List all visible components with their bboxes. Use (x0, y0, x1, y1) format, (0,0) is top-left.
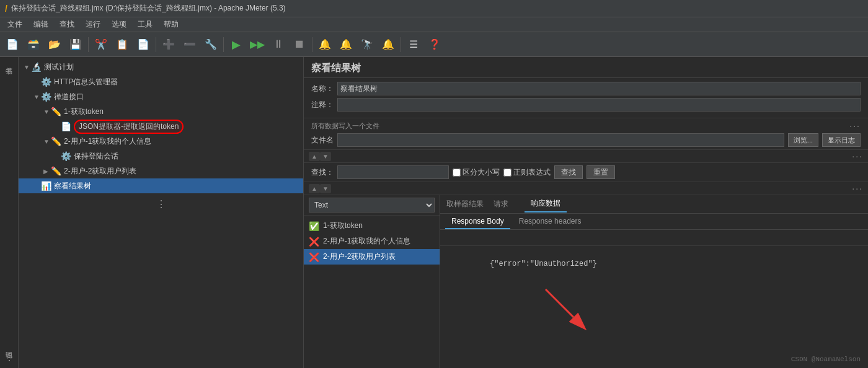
expand-arrow2: ▼ (43, 108, 51, 115)
result-item-3[interactable]: ❌ 2-用户-2获取用户列表 (304, 249, 440, 265)
tab-request[interactable]: 请求 (492, 196, 510, 212)
format-select-row: Text (304, 195, 440, 216)
toolbar-clear-all[interactable]: 🔔 (336, 35, 356, 55)
left-panel-dots[interactable]: ⋮ (4, 351, 14, 363)
svg-line-1 (546, 289, 574, 317)
result-item-2[interactable]: ❌ 2-用户-1获取我的个人信息 (304, 234, 440, 249)
toolbar-log-viewer[interactable]: ☰ (404, 35, 423, 55)
response-sub-tabs: Response Body Response headers (440, 214, 868, 230)
get-token-label: 1-获取token (64, 107, 104, 117)
name-input[interactable] (337, 82, 861, 95)
right-panel: 察看结果树 名称： 注释： 所有数据写入一个文件 ··· 文件名 浏览... 显… (304, 57, 868, 368)
result-list: ✅ 1-获取token ❌ 2-用户-1获取我的个人信息 ❌ 2-用户-2获取用… (304, 216, 440, 368)
expand-icon: ▼ (24, 64, 31, 71)
content-area: Text ✅ 1-获取token ❌ 2-用户-1获取我的个人信息 ❌ (304, 195, 868, 368)
toolbar-add[interactable]: ➕ (159, 35, 179, 55)
tree-item-test-plan[interactable]: ▼ 🔬 测试计划 (19, 59, 303, 74)
toolbar-clear[interactable]: 🔔 (315, 35, 335, 55)
menu-file[interactable]: 文件 (2, 18, 27, 31)
expand-arrow: ▼ (33, 94, 41, 100)
toolbar-help[interactable]: ❓ (425, 35, 445, 55)
browse-button[interactable]: 浏览... (788, 133, 818, 147)
name-row: 名称： (311, 82, 861, 95)
tree-more-dots[interactable]: ⋮ (156, 198, 166, 210)
result-item-1[interactable]: ✅ 1-获取token (304, 218, 440, 234)
regex-checkbox[interactable] (503, 169, 512, 177)
menu-bar: 文件 编辑 查找 运行 选项 工具 帮助 (0, 17, 868, 32)
toolbar-remote[interactable]: 🔔 (378, 35, 398, 55)
nav-up-btn2[interactable]: ▲ (309, 184, 320, 193)
reset-button[interactable]: 重置 (587, 165, 615, 179)
watermark: CSDN @NoamaNelson (791, 356, 861, 363)
tab-response-body[interactable]: Response Body (445, 214, 510, 229)
config-icon: ⚙️ (61, 151, 71, 161)
menu-run[interactable]: 运行 (81, 18, 105, 31)
tab-response-data[interactable]: 响应数据 (525, 196, 567, 212)
json-extractor-label: JSON提取器-提取返回的token (74, 120, 184, 134)
menu-help[interactable]: 帮助 (159, 18, 184, 31)
toolbar-open[interactable]: 📂 (45, 35, 64, 55)
toolbar-sep-1 (88, 37, 89, 52)
tree-item-keep-session[interactable]: ⚙️ 保持登陆会话 (19, 149, 303, 164)
toolbar-remove[interactable]: ➖ (180, 35, 200, 55)
case-sensitive-checkbox[interactable] (453, 169, 461, 177)
toolbar-new[interactable]: 📄 (2, 35, 22, 55)
sampler2-icon: ✏️ (51, 136, 61, 146)
tree-item-result-tree[interactable]: 📊 察看结果树 (19, 178, 303, 193)
search-input[interactable] (337, 165, 449, 179)
nav-down-btn2[interactable]: ▼ (320, 184, 331, 193)
display-log-button[interactable]: 显示日志 (822, 133, 861, 147)
menu-options[interactable]: 选项 (107, 18, 131, 31)
toolbar-search[interactable]: 🔭 (357, 35, 377, 55)
toolbar-templates[interactable]: 🗃️ (24, 35, 43, 55)
file-more-dots[interactable]: ··· (849, 121, 861, 131)
tree-item-json-extractor[interactable]: 📄 JSON提取器-提取返回的token (19, 119, 303, 134)
toolbar-save[interactable]: 💾 (66, 35, 86, 55)
search-section: 查找： 区分大小写 正则表达式 查找 重置 (304, 163, 868, 182)
thread-group-icon: ⚙️ (41, 92, 51, 102)
toolbar-stop[interactable]: ⏸ (268, 35, 288, 55)
keep-session-label: 保持登陆会话 (74, 151, 118, 162)
tree-item-user2-list[interactable]: ▶ ✏️ 2-用户-2获取用户列表 (19, 164, 303, 178)
name-label: 名称： (311, 84, 334, 94)
find-button[interactable]: 查找 (554, 165, 583, 179)
toolbar-sep-4 (312, 37, 312, 52)
toolbar-start-no-pause[interactable]: ▶▶ (247, 35, 267, 55)
search-row: 查找： 区分大小写 正则表达式 查找 重置 (311, 165, 861, 179)
toolbar-paste[interactable]: 📄 (133, 35, 153, 55)
file-hint-text: 所有数据写入一个文件 (311, 121, 379, 131)
toolbar-cut[interactable]: ✂️ (91, 35, 111, 55)
format-select[interactable]: Text (309, 198, 435, 212)
toolbar-settings[interactable]: 🔧 (201, 35, 221, 55)
nav-arrows: ▲ ▼ ··· (304, 150, 868, 163)
http-header-icon: ⚙️ (41, 77, 51, 87)
case-sensitive-label: 区分大小写 (463, 167, 500, 178)
menu-find[interactable]: 查找 (55, 18, 79, 31)
tree-item-thread-group[interactable]: ▼ ⚙️ 禅道接口 (19, 89, 303, 104)
extractor-icon: 📄 (61, 121, 71, 131)
search-label: 查找： (311, 167, 334, 178)
toolbar-shutdown[interactable]: ⏹ (290, 35, 309, 55)
toolbar-start[interactable]: ▶ (226, 35, 246, 55)
listener-icon: 📊 (41, 181, 51, 191)
user2-list-label: 2-用户-2获取用户列表 (64, 166, 136, 177)
nav-down-btn[interactable]: ▼ (320, 152, 331, 161)
nav-up-btn[interactable]: ▲ (309, 152, 320, 161)
more-dots2[interactable]: ··· (852, 183, 863, 193)
annotation-arrow (539, 283, 589, 333)
comment-input[interactable] (337, 98, 861, 112)
tree-panel: ▼ 🔬 测试计划 ⚙️ HTTP信息头管理器 ▼ ⚙️ 禅道接口 ▼ ✏️ 1-… (19, 57, 304, 368)
tab-response-headers[interactable]: Response headers (513, 214, 588, 229)
more-dots[interactable]: ··· (852, 151, 863, 161)
user1-info-label: 2-用户-1获取我的个人信息 (64, 136, 151, 147)
toolbar-copy[interactable]: 📋 (112, 35, 132, 55)
expand-arrow3: ▼ (43, 138, 51, 145)
tree-item-http-header[interactable]: ⚙️ HTTP信息头管理器 (19, 74, 303, 89)
filename-input[interactable] (337, 133, 784, 147)
tab-sampler-results[interactable]: 取样器结果 (445, 196, 485, 212)
name-section: 名称： 注释： (304, 78, 868, 118)
tree-item-user1-info[interactable]: ▼ ✏️ 2-用户-1获取我的个人信息 (19, 134, 303, 149)
menu-tools[interactable]: 工具 (133, 18, 157, 31)
menu-edit[interactable]: 编辑 (29, 18, 53, 31)
tree-item-get-token[interactable]: ▼ ✏️ 1-获取token (19, 104, 303, 119)
